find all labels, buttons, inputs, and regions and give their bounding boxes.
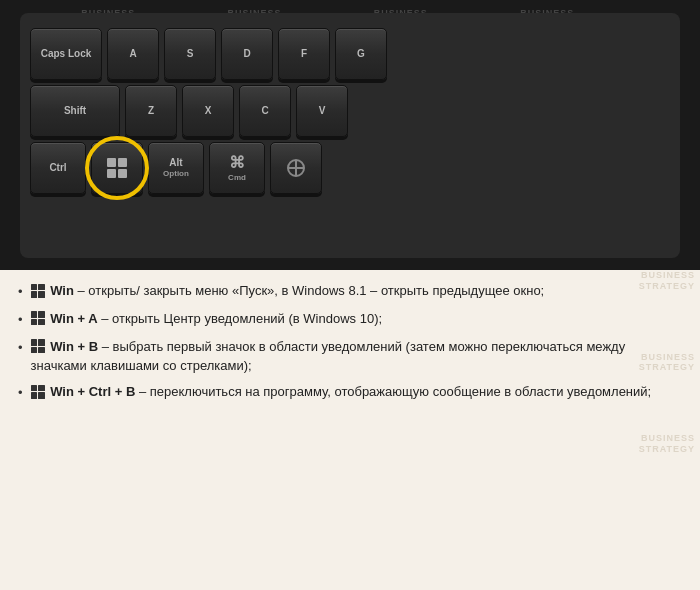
key-f-label: F bbox=[301, 48, 307, 59]
bullet-item-4: • Win + Ctrl + B – переключиться на прог… bbox=[18, 383, 682, 403]
key-shift: Shift bbox=[30, 85, 120, 137]
bullet-dot-1: • bbox=[18, 283, 23, 302]
key-ctrl-label: Ctrl bbox=[49, 162, 66, 173]
key-shift-label: Shift bbox=[64, 105, 86, 116]
bullet-text-3: Win + B – выбрать первый значок в област… bbox=[31, 338, 682, 376]
key-x: X bbox=[182, 85, 234, 137]
key-f: F bbox=[278, 28, 330, 80]
key-v: V bbox=[296, 85, 348, 137]
key-c: C bbox=[239, 85, 291, 137]
key-s-label: S bbox=[187, 48, 194, 59]
win-icon bbox=[107, 158, 127, 178]
key-a: A bbox=[107, 28, 159, 80]
key-globe bbox=[270, 142, 322, 194]
bullet-text-4: Win + Ctrl + B – переключиться на програ… bbox=[31, 383, 682, 402]
bullet-dot-4: • bbox=[18, 384, 23, 403]
bullet-dot-3: • bbox=[18, 339, 23, 358]
keyboard-row-1: Caps Lock A S D F G bbox=[30, 23, 670, 80]
key-alt-option: Alt Option bbox=[148, 142, 204, 194]
key-v-label: V bbox=[319, 105, 326, 116]
key-z: Z bbox=[125, 85, 177, 137]
globe-icon bbox=[287, 159, 305, 177]
keyboard-section: BUSINESSSTRATEGY BUSINESSSTRATEGY BUSINE… bbox=[0, 0, 700, 270]
text-section: • Win – открыть/ закрыть меню «Пуск», в … bbox=[0, 270, 700, 590]
key-alt-label: Alt bbox=[169, 157, 182, 168]
key-g-label: G bbox=[357, 48, 365, 59]
key-g: G bbox=[335, 28, 387, 80]
keyboard-row-3: Ctrl Alt Option ⌘ Cmd bbox=[30, 142, 670, 194]
key-s: S bbox=[164, 28, 216, 80]
bullet-item-2: • Win + A – открыть Центр уведомлений (в… bbox=[18, 310, 682, 330]
key-a-label: A bbox=[129, 48, 136, 59]
win-key-icon-1 bbox=[31, 284, 45, 298]
keyboard-visual: Caps Lock A S D F G bbox=[20, 13, 680, 258]
win-key-icon-2 bbox=[31, 311, 45, 325]
bullet-dot-2: • bbox=[18, 311, 23, 330]
key-d: D bbox=[221, 28, 273, 80]
key-cmd: ⌘ Cmd bbox=[209, 142, 265, 194]
win-key-icon-4 bbox=[31, 385, 45, 399]
key-win bbox=[91, 142, 143, 194]
key-c-label: C bbox=[261, 105, 268, 116]
key-capslock: Caps Lock bbox=[30, 28, 102, 80]
key-x-label: X bbox=[205, 105, 212, 116]
bullet-item-1: • Win – открыть/ закрыть меню «Пуск», в … bbox=[18, 282, 682, 302]
key-z-label: Z bbox=[148, 105, 154, 116]
key-cmd-inner: ⌘ Cmd bbox=[228, 153, 246, 182]
main-container: BUSINESSSTRATEGY BUSINESSSTRATEGY BUSINE… bbox=[0, 0, 700, 590]
bullet-item-3: • Win + B – выбрать первый значок в обла… bbox=[18, 338, 682, 376]
cmd-icon: ⌘ bbox=[229, 153, 245, 172]
key-cmd-label: Cmd bbox=[228, 173, 246, 182]
key-d-label: D bbox=[243, 48, 250, 59]
key-ctrl: Ctrl bbox=[30, 142, 86, 194]
keyboard-row-2: Shift Z X C V bbox=[30, 85, 670, 137]
key-capslock-label: Caps Lock bbox=[41, 48, 92, 59]
win-key-icon-3 bbox=[31, 339, 45, 353]
bullet-text-2: Win + A – открыть Центр уведомлений (в W… bbox=[31, 310, 682, 329]
key-option-label: Option bbox=[163, 169, 189, 178]
bullet-text-1: Win – открыть/ закрыть меню «Пуск», в Wi… bbox=[31, 282, 682, 301]
